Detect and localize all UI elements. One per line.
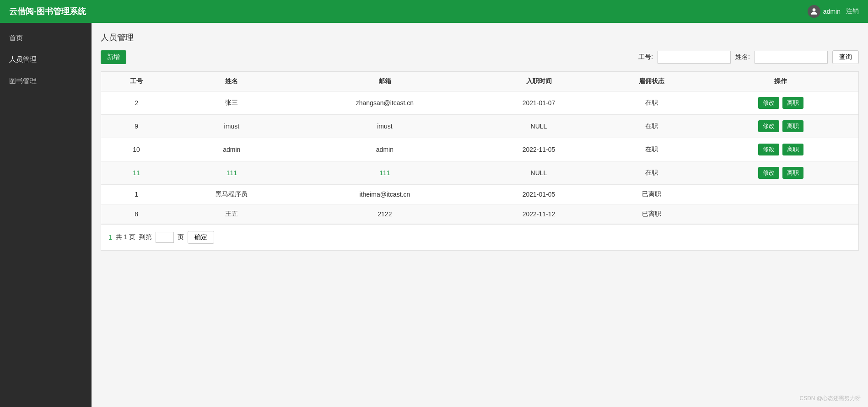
total-pages: 共 1 页 — [116, 233, 136, 241]
employee-id-label: 工号: — [638, 53, 653, 61]
cell-name: admin — [172, 138, 291, 161]
cell-join-date: 2022-11-12 — [478, 204, 599, 224]
col-header-join-date: 入职时间 — [478, 72, 599, 91]
cell-status: 在职 — [600, 161, 703, 185]
cell-status: 已离职 — [600, 204, 703, 224]
personnel-table: 工号 姓名 邮箱 入职时间 雇佣状态 操作 2 张三 zhangsan@itca… — [101, 72, 858, 224]
edit-button[interactable]: 修改 — [758, 120, 779, 132]
page-unit: 页 — [178, 233, 184, 241]
cell-join-date: 2021-01-05 — [478, 185, 599, 204]
confirm-button[interactable]: 确定 — [188, 231, 214, 244]
query-button[interactable]: 查询 — [832, 50, 859, 64]
cell-email: 2122 — [291, 204, 478, 224]
app-title: 云借阅-图书管理系统 — [9, 6, 86, 17]
footer-watermark: CSDN @心态还需努力呀 — [799, 395, 861, 402]
cell-id: 11 — [101, 161, 172, 185]
cell-name: 黑马程序员 — [172, 185, 291, 204]
table-row: 2 张三 zhangsan@itcast.cn 2021-01-07 在职 修改… — [101, 91, 858, 115]
col-header-actions: 操作 — [703, 72, 858, 91]
name-label: 姓名: — [735, 53, 750, 61]
cell-status: 在职 — [600, 91, 703, 115]
toolbar-search: 工号: 姓名: 查询 — [638, 50, 859, 64]
table-container: 工号 姓名 邮箱 入职时间 雇佣状态 操作 2 张三 zhangsan@itca… — [101, 71, 859, 251]
sidebar-item-home[interactable]: 首页 — [0, 27, 92, 49]
cell-id: 1 — [101, 185, 172, 204]
cell-actions — [703, 204, 858, 224]
col-header-name: 姓名 — [172, 72, 291, 91]
cell-status: 在职 — [600, 138, 703, 161]
username-label: admin — [823, 8, 841, 15]
cell-id: 2 — [101, 91, 172, 115]
cell-status: 在职 — [600, 115, 703, 138]
goto-page-input[interactable] — [156, 232, 174, 243]
cell-join-date: NULL — [478, 115, 599, 138]
cell-join-date: NULL — [478, 161, 599, 185]
col-header-email: 邮箱 — [291, 72, 478, 91]
resign-button[interactable]: 离职 — [782, 97, 803, 109]
cell-email: admin — [291, 138, 478, 161]
main-content: 人员管理 新增 工号: 姓名: 查询 工号 姓名 邮箱 入职时间 — [92, 23, 868, 407]
table-row: 11 111 111 NULL 在职 修改 离职 — [101, 161, 858, 185]
cell-actions: 修改 离职 — [703, 91, 858, 115]
col-header-status: 雇佣状态 — [600, 72, 703, 91]
toolbar: 新增 工号: 姓名: 查询 — [101, 50, 859, 64]
page-title: 人员管理 — [101, 32, 859, 43]
employee-id-input[interactable] — [658, 51, 731, 64]
sidebar-item-personnel[interactable]: 人员管理 — [0, 49, 92, 70]
col-header-id: 工号 — [101, 72, 172, 91]
resign-button[interactable]: 离职 — [782, 144, 803, 155]
table-row: 10 admin admin 2022-11-05 在职 修改 离职 — [101, 138, 858, 161]
svg-point-0 — [813, 8, 816, 11]
edit-button[interactable]: 修改 — [758, 144, 779, 155]
edit-button[interactable]: 修改 — [758, 97, 779, 109]
resign-button[interactable]: 离职 — [782, 167, 803, 179]
cell-email: imust — [291, 115, 478, 138]
header: 云借阅-图书管理系统 admin 注销 — [0, 0, 868, 23]
cell-actions: 修改 离职 — [703, 115, 858, 138]
goto-label: 到第 — [139, 233, 152, 241]
cell-name: 111 — [172, 161, 291, 185]
cell-id: 8 — [101, 204, 172, 224]
logout-button[interactable]: 注销 — [846, 7, 859, 16]
page-number[interactable]: 1 — [108, 234, 112, 241]
cell-status: 已离职 — [600, 185, 703, 204]
cell-email: 111 — [291, 161, 478, 185]
cell-name: 张三 — [172, 91, 291, 115]
cell-id: 10 — [101, 138, 172, 161]
cell-id: 9 — [101, 115, 172, 138]
name-input[interactable] — [755, 51, 828, 64]
cell-actions — [703, 185, 858, 204]
table-row: 1 黑马程序员 itheima@itcast.cn 2021-01-05 已离职 — [101, 185, 858, 204]
add-button[interactable]: 新增 — [101, 50, 126, 64]
pagination: 1 共 1 页 到第 页 确定 — [101, 224, 858, 250]
cell-join-date: 2022-11-05 — [478, 138, 599, 161]
edit-button[interactable]: 修改 — [758, 167, 779, 179]
table-row: 8 王五 2122 2022-11-12 已离职 — [101, 204, 858, 224]
table-header-row: 工号 姓名 邮箱 入职时间 雇佣状态 操作 — [101, 72, 858, 91]
resign-button[interactable]: 离职 — [782, 120, 803, 132]
cell-email: zhangsan@itcast.cn — [291, 91, 478, 115]
table-row: 9 imust imust NULL 在职 修改 离职 — [101, 115, 858, 138]
header-right: admin 注销 — [808, 5, 859, 18]
cell-email: itheima@itcast.cn — [291, 185, 478, 204]
sidebar: 首页 人员管理 图书管理 — [0, 23, 92, 407]
cell-name: imust — [172, 115, 291, 138]
avatar — [808, 5, 820, 18]
cell-actions: 修改 离职 — [703, 161, 858, 185]
sidebar-item-books[interactable]: 图书管理 — [0, 70, 92, 92]
header-user: admin — [808, 5, 841, 18]
cell-name: 王五 — [172, 204, 291, 224]
cell-join-date: 2021-01-07 — [478, 91, 599, 115]
cell-actions: 修改 离职 — [703, 138, 858, 161]
layout: 首页 人员管理 图书管理 人员管理 新增 工号: 姓名: 查询 — [0, 23, 868, 407]
